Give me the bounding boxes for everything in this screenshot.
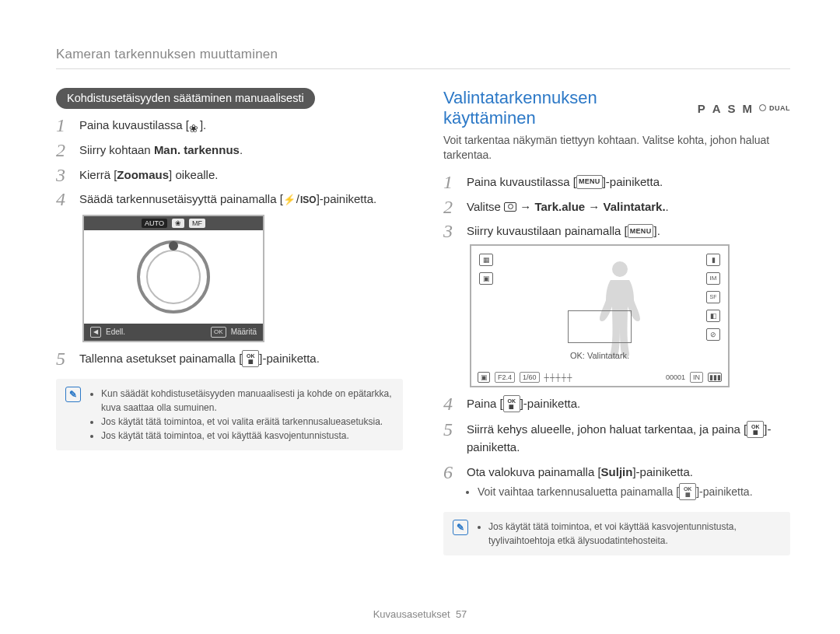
- text: Siirry kuvaustilaan painamalla [: [467, 224, 628, 237]
- battery-icon: ▮▮▮: [708, 373, 722, 382]
- mode-s: S: [727, 102, 737, 115]
- ok-caption: OK: Valintatark.: [570, 350, 629, 363]
- text: ]-painiketta.: [317, 192, 377, 205]
- mode-indicators: P A S M DUAL: [698, 102, 790, 115]
- menu-icon: MENU: [576, 175, 603, 189]
- chip-mf: MF: [189, 219, 205, 228]
- text: Paina [: [467, 397, 503, 410]
- f-number: F2.4: [495, 372, 515, 383]
- right-step-6: Ota valokuva painamalla [Suljin]-painike…: [443, 464, 790, 501]
- text: Voit vaihtaa tarkennusaluetta painamalla…: [478, 485, 679, 498]
- manual-focus-illustration: AUTO ❀ MF ◀ Edell.: [82, 215, 264, 342]
- note-icon: ✎: [65, 387, 81, 402]
- bold: Zoomaus: [117, 168, 169, 181]
- text: ]-painiketta.: [603, 175, 663, 188]
- text: Kierrä [: [79, 168, 117, 181]
- flash-off-icon: ⊘: [706, 328, 720, 341]
- text: Säädä tarkennusetäisyyttä painamalla [: [79, 192, 283, 205]
- page-footer: Kuvausasetukset 57: [0, 608, 840, 620]
- divider: [56, 68, 790, 69]
- left-column: Kohdistusetäisyyden säätäminen manuaalis…: [56, 88, 403, 555]
- right-column: Valintatarkennuksen käyttäminen P A S M …: [443, 88, 790, 555]
- label-edell: Edell.: [106, 327, 125, 338]
- bold: Suljin: [601, 465, 633, 478]
- note-box-left: ✎ Kun säädät kohdistusetäisyyden manuaal…: [56, 379, 403, 450]
- bold: Man. tarkennus: [154, 143, 240, 156]
- text: Paina kuvaustilassa [: [467, 175, 576, 188]
- intro-text: Voit tarkentaa näkymän tiettyyn kohtaan.…: [443, 133, 790, 163]
- note-item: Jos käytät tätä toimintoa, et voi käyttä…: [101, 429, 394, 443]
- focus-dial: [137, 240, 210, 313]
- text: ].: [200, 118, 206, 131]
- left-step-1: Paina kuvaustilassa [].: [56, 117, 403, 134]
- arrow: →: [585, 200, 603, 213]
- footer-page: 57: [456, 608, 467, 620]
- left-step-3: Kierrä [Zoomaus] oikealle.: [56, 166, 403, 184]
- substep: Voit vaihtaa tarkennusaluetta painamalla…: [478, 484, 790, 501]
- shutter: 1/60: [520, 372, 540, 383]
- selection-af-illustration: ▦ ▣ ▮ IM SF ◧ ⊘: [470, 244, 730, 387]
- hud-icon: ▣: [479, 272, 493, 285]
- section-title: Valintatarkennuksen käyttäminen P A S M …: [443, 88, 790, 128]
- right-step-4: Paina [OK▦]-painiketta.: [443, 395, 790, 413]
- hud-icon: ◧: [706, 310, 720, 322]
- bolt-icon: [283, 191, 296, 208]
- mode-m: M: [743, 102, 755, 115]
- label-maarita: Määritä: [231, 327, 257, 338]
- footer-section: Kuvausasetukset: [373, 608, 450, 620]
- menu-icon: MENU: [628, 224, 654, 238]
- text: ]-painiketta.: [632, 465, 693, 478]
- ok-button-icon: OK▦: [242, 350, 259, 367]
- subsection-pill: Kohdistusetäisyyden säätäminen manuaalis…: [56, 88, 315, 109]
- text: Valitse: [467, 200, 504, 213]
- ev-scale: ┼┼┼┼┼: [544, 373, 573, 383]
- text: ].: [653, 224, 660, 237]
- dual-dot-icon: [759, 104, 766, 111]
- note-icon: ✎: [453, 520, 468, 535]
- chip-flower: ❀: [172, 219, 184, 228]
- hud-icon: ▦: [479, 254, 493, 266]
- bold: Valintatark.: [604, 200, 666, 213]
- text: Tallenna asetukset painamalla [: [79, 352, 242, 365]
- mode-p: P: [698, 102, 708, 115]
- ok-icon: OK: [211, 327, 226, 338]
- iso-icon: ISO: [300, 194, 317, 205]
- right-step-1: Paina kuvaustilassa [MENU]-painiketta.: [443, 173, 790, 191]
- back-icon: ◀: [90, 327, 101, 338]
- text: Siirry kohtaan: [79, 143, 154, 156]
- hud-icon: IM: [706, 272, 720, 285]
- text: Ota valokuva painamalla [: [467, 465, 601, 478]
- camera-icon: [504, 202, 516, 212]
- right-step-3: Siirry kuvaustilaan painamalla [MENU]. ▦…: [443, 222, 790, 387]
- text: ]-painiketta.: [520, 397, 581, 410]
- af-frame: [568, 310, 632, 343]
- mode-dual: DUAL: [769, 104, 790, 112]
- chip-auto: AUTO: [142, 219, 167, 228]
- right-step-2: Valitse → Tark.alue → Valintatark..: [443, 198, 790, 215]
- ok-button-icon: OK▦: [747, 421, 764, 438]
- storage-in: IN: [690, 372, 703, 383]
- left-step-2: Siirry kohtaan Man. tarkennus.: [56, 142, 403, 159]
- ok-button-icon: OK▦: [679, 483, 696, 500]
- text: ] oikealle.: [169, 168, 218, 181]
- bold: Tark.alue: [534, 200, 585, 213]
- left-step-5: Tallenna asetukset painamalla [OK▦]-pain…: [56, 350, 403, 368]
- ok-button-icon: OK▦: [503, 395, 520, 412]
- hud-icon: ▮: [706, 254, 720, 266]
- text: .: [240, 143, 243, 156]
- mode-a: A: [712, 102, 723, 115]
- right-step-5: Siirrä kehys alueelle, johon haluat tark…: [443, 421, 790, 456]
- frame-count: 00001: [666, 373, 685, 383]
- text: .: [666, 200, 669, 213]
- title-text: Valintatarkennuksen käyttäminen: [443, 88, 687, 128]
- text: ]-painiketta.: [259, 352, 320, 365]
- text: ]-painiketta.: [696, 485, 752, 498]
- hud-icon: ▣: [478, 372, 490, 383]
- left-step-4: Säädä tarkennusetäisyyttä painamalla [/I…: [56, 191, 403, 342]
- flower-icon: [189, 120, 200, 131]
- note-box-right: ✎ Jos käytät tätä toimintoa, et voi käyt…: [443, 512, 790, 555]
- breadcrumb: Kameran tarkennuksen muuttaminen: [56, 47, 790, 62]
- text: Paina kuvaustilassa [: [79, 118, 189, 131]
- note-item: Jos käytät tätä toimintoa, et voi käyttä…: [488, 520, 781, 548]
- note-item: Jos käytät tätä toimintoa, et voi valita…: [101, 415, 394, 429]
